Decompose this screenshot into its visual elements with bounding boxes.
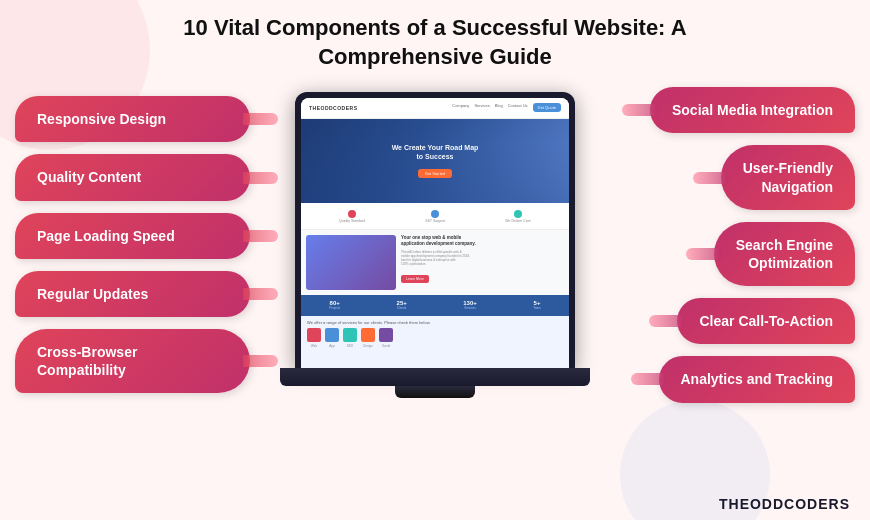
badge-label: Search EngineOptimization [736,237,833,271]
nav-link: Contact Us [508,103,528,112]
badge-label: Cross-BrowserCompatibility [37,344,137,378]
nav-link: Services [474,103,489,112]
badge-label: Social Media Integration [672,102,833,118]
right-item-social-media-integration: Social Media Integration [650,87,855,133]
nav-cta-btn: Get Quote [533,103,561,112]
site-nav-logo: THEODDCODERS [309,105,358,111]
brand-logo: THEODDCODERS [719,496,850,512]
badge-label: Clear Call-To-Action [699,313,833,329]
site-main-desc: TheoddCoders delivers a child-specific w… [401,250,564,267]
left-item-regular-updates: Regular Updates [15,271,250,317]
left-item-responsive-design: Responsive Design [15,96,250,142]
site-nav: THEODDCODERS Company Services Blog Conta… [301,98,569,119]
site-learn-more-btn: Learn More [401,275,429,283]
hero-title: We Create Your Road Mapto Success [392,143,479,161]
left-item-cross-browser-compatibility: Cross-BrowserCompatibility [15,329,250,393]
laptop-base [280,368,590,386]
site-numbers: 80+Projects 25+Clients 130+Services 5+Ye… [301,295,569,316]
badge-label: Regular Updates [37,286,148,302]
right-item-clear-call-to-action: Clear Call-To-Action [677,298,855,344]
badge-label: Quality Content [37,169,141,185]
site-main-title: Your one stop web & mobileapplication de… [401,235,564,247]
badge-label: Page Loading Speed [37,228,175,244]
nav-link: Blog [495,103,503,112]
right-column: Social Media Integration User-FriendlyNa… [620,87,860,402]
right-item-analytics-and-tracking: Analytics and Tracking [659,356,856,402]
site-main-image [306,235,396,290]
site-stats-row: Quality Standard 24/7 Support We Deliver… [301,203,569,229]
laptop-stand [395,386,475,398]
site-hero: We Create Your Road Mapto Success Get St… [301,119,569,204]
site-body: Your one stop web & mobileapplication de… [301,230,569,295]
right-item-search-engine-optimization: Search EngineOptimization [714,222,855,286]
left-item-quality-content: Quality Content [15,154,250,200]
badge-label: User-FriendlyNavigation [743,160,833,194]
title-line1: 10 Vital Components of a Successful Webs… [183,15,686,40]
left-item-page-loading-speed: Page Loading Speed [15,213,250,259]
left-column: Responsive Design Quality Content Page L… [10,96,250,393]
hero-cta-button: Get Started [418,169,452,178]
laptop-mockup: THEODDCODERS Company Services Blog Conta… [290,92,580,398]
right-item-user-friendly-navigation: User-FriendlyNavigation [721,145,855,209]
site-nav-links: Company Services Blog Contact Us Get Quo… [452,103,561,112]
nav-link: Company [452,103,469,112]
brand-text: THEODDCODERS [719,496,850,512]
site-main-text: Your one stop web & mobileapplication de… [401,235,564,290]
badge-label: Responsive Design [37,111,166,127]
badge-label: Analytics and Tracking [681,371,834,387]
title-line2: Comprehensive Guide [318,44,552,69]
site-services: We offer a range of services for our cli… [301,316,569,368]
